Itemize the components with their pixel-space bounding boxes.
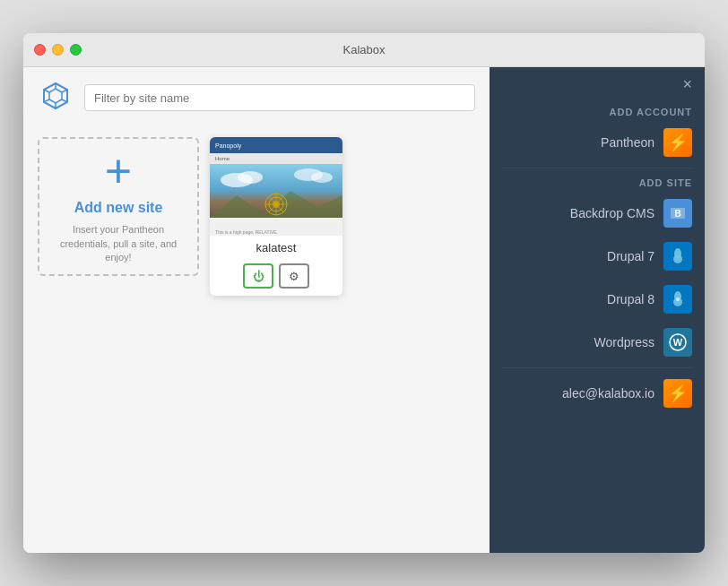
mock-site-nav: Home <box>210 153 342 164</box>
power-icon: ⏻ <box>253 270 264 283</box>
maximize-traffic-light[interactable] <box>70 44 82 56</box>
settings-button[interactable]: ⚙ <box>279 263 309 289</box>
user-email-label: alec@kalabox.io <box>562 386 654 401</box>
drupal7-item[interactable]: Drupal 7 <box>490 235 705 278</box>
hero-svg <box>210 164 342 218</box>
panel-header <box>23 67 490 128</box>
drupal7-icon <box>663 242 692 271</box>
drupal7-logo-svg <box>668 246 688 266</box>
left-panel: + Add new site Insert your Pantheon cred… <box>23 67 490 553</box>
svg-marker-1 <box>49 89 62 103</box>
site-actions: ⏻ ⚙ <box>210 260 342 296</box>
pantheon-icon: ⚡ <box>663 128 692 157</box>
pantheon-account-item[interactable]: Pantheon ⚡ <box>490 121 705 164</box>
svg-point-10 <box>238 171 263 184</box>
title-bar: Kalabox <box>23 33 705 67</box>
mock-site-preview: Panopoly Home <box>210 137 342 236</box>
bolt-icon: ⚡ <box>668 133 688 152</box>
right-panel: × ADD ACCOUNT Pantheon ⚡ ADD SITE Backdr… <box>490 67 705 553</box>
drupal8-logo-svg <box>668 289 688 309</box>
minimize-traffic-light[interactable] <box>52 44 64 56</box>
mock-nav-text: Home <box>215 156 230 161</box>
svg-point-27 <box>676 297 680 301</box>
drupal8-icon <box>663 285 692 314</box>
user-account-item[interactable]: alec@kalabox.io ⚡ <box>490 372 705 415</box>
add-site-title: Add new site <box>74 200 163 216</box>
add-account-label: ADD ACCOUNT <box>490 101 705 121</box>
backdrop-logo-svg: B <box>669 204 687 222</box>
wordpress-logo-svg: W <box>668 332 688 352</box>
drupal8-item[interactable]: Drupal 8 <box>490 278 705 321</box>
wordpress-label: Wordpress <box>594 335 654 349</box>
mock-site-hero <box>210 164 342 218</box>
user-icon: ⚡ <box>663 379 692 408</box>
app-logo-icon <box>38 80 74 116</box>
search-input[interactable] <box>84 84 475 111</box>
gear-icon: ⚙ <box>289 270 299 283</box>
svg-point-12 <box>311 172 333 183</box>
mock-site-header: Panopoly <box>210 137 342 153</box>
mock-footer-text: This is a high page. RELATIVE. <box>215 229 278 235</box>
main-content: + Add new site Insert your Pantheon cred… <box>23 67 705 553</box>
right-panel-close-button[interactable]: × <box>682 76 692 92</box>
mock-footer-bar: This is a high page. RELATIVE. <box>210 218 342 236</box>
svg-point-24 <box>674 248 681 259</box>
traffic-lights <box>34 44 82 56</box>
svg-text:W: W <box>673 337 683 348</box>
site-name: kalatest <box>217 241 335 254</box>
backdrop-label: Backdrop CMS <box>570 206 654 220</box>
backdrop-cms-item[interactable]: Backdrop CMS B <box>490 192 705 235</box>
divider-1 <box>502 168 692 168</box>
power-button[interactable]: ⏻ <box>243 263 273 289</box>
add-new-site-card[interactable]: + Add new site Insert your Pantheon cred… <box>38 137 199 276</box>
window-title: Kalabox <box>343 43 386 56</box>
close-traffic-light[interactable] <box>34 44 46 56</box>
divider-2 <box>502 367 692 368</box>
add-site-label: ADD SITE <box>490 172 705 192</box>
right-panel-header: × <box>490 67 705 101</box>
add-plus-icon: + <box>105 148 132 194</box>
drupal8-label: Drupal 8 <box>607 292 654 306</box>
app-window: Kalabox <box>23 33 705 553</box>
wordpress-item[interactable]: Wordpress W <box>490 321 705 364</box>
user-bolt-icon: ⚡ <box>668 383 688 403</box>
mock-header-text: Panopoly <box>215 142 241 149</box>
backdrop-icon: B <box>663 199 692 228</box>
svg-text:B: B <box>674 209 680 219</box>
site-screenshot: Panopoly Home <box>210 137 342 236</box>
site-card: Panopoly Home <box>210 137 342 296</box>
drupal7-label: Drupal 7 <box>607 249 654 263</box>
pantheon-label: Pantheon <box>601 135 654 150</box>
add-site-description: Insert your Pantheon credentials, pull a… <box>50 223 186 264</box>
sites-grid: + Add new site Insert your Pantheon cred… <box>23 128 490 305</box>
wordpress-icon: W <box>663 328 692 357</box>
site-info: kalatest <box>210 236 342 260</box>
